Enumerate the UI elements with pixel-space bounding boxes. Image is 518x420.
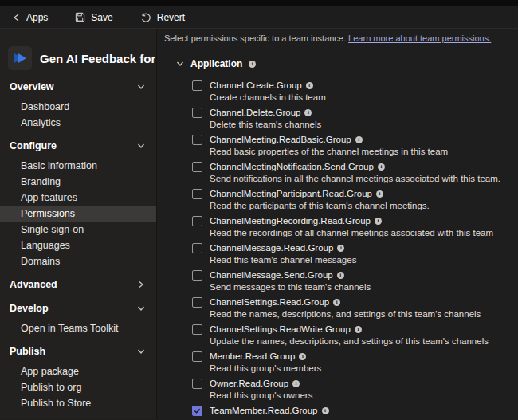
permission-name: Owner.Read.Group — [210, 379, 288, 388]
revert-button[interactable]: Revert — [140, 12, 185, 23]
save-label: Save — [91, 12, 112, 23]
permission-checkbox[interactable] — [192, 135, 202, 145]
permission-text: ChannelMessage.Read.GroupiRead this team… — [210, 242, 356, 265]
permission-checkbox[interactable] — [192, 324, 202, 335]
checkmark-icon — [194, 407, 201, 414]
sidebar-item-publish-to-store[interactable]: Publish to Store — [0, 395, 156, 411]
permission-checkbox[interactable] — [192, 243, 202, 253]
permission-name: ChannelSettings.Read.Group — [210, 297, 329, 307]
permission-text: Channel.Delete.GroupiDelete this team's … — [210, 107, 321, 130]
permission-checkbox[interactable] — [192, 108, 202, 118]
sidebar-item-domains[interactable]: Domains — [0, 253, 156, 269]
permission-checkbox[interactable] — [192, 216, 202, 226]
info-icon[interactable]: i — [337, 272, 344, 279]
back-to-apps-button[interactable]: Apps — [13, 12, 48, 23]
permission-name: Member.Read.Group — [210, 351, 295, 361]
permission-checkbox[interactable] — [192, 270, 202, 281]
info-icon[interactable]: i — [376, 190, 383, 198]
info-icon[interactable]: i — [355, 136, 363, 143]
permission-description: Read the participants of this team's cha… — [210, 200, 430, 211]
sidebar-nav: OverviewDashboardAnalyticsConfigureBasic… — [0, 78, 156, 411]
permission-checkbox[interactable] — [192, 406, 202, 416]
permission-checkbox[interactable] — [192, 189, 202, 199]
permission-description: Read basic properties of the channel mee… — [210, 146, 448, 157]
permission-checkbox[interactable] — [192, 379, 202, 389]
permission-name: ChannelMeeting.ReadBasic.Group — [210, 135, 351, 144]
permission-text: ChannelMessage.Send.GroupiSend messages … — [210, 269, 371, 292]
sidebar-item-basic-information[interactable]: Basic information — [0, 158, 156, 174]
sidebar-item-single-sign-on[interactable]: Single sign-on — [0, 222, 156, 237]
chevron-down-icon — [137, 83, 145, 91]
app-header: Gen AI Feedback for Tea... — [8, 46, 156, 70]
permission-row: ChannelMessage.Send.GroupiSend messages … — [192, 269, 510, 292]
toolbar: Apps Save Revert — [0, 6, 518, 29]
info-icon[interactable]: i — [375, 218, 382, 225]
permission-list: Channel.Create.GroupiCreate channels in … — [192, 80, 510, 419]
permission-row: ChannelSettings.ReadWrite.GroupiUpdate t… — [192, 324, 510, 347]
sidebar-item-branding[interactable]: Branding — [0, 174, 156, 190]
sidebar-section-advanced[interactable]: Advanced — [0, 276, 156, 293]
permission-name-line: ChannelMessage.Send.Groupi — [210, 269, 371, 281]
sidebar-item-dashboard[interactable]: Dashboard — [0, 99, 156, 115]
application-group-label: Application — [190, 58, 242, 69]
sidebar-item-open-in-teams-toolkit[interactable]: Open in Teams Toolkit — [0, 320, 156, 336]
save-button[interactable]: Save — [75, 12, 112, 23]
permission-checkbox[interactable] — [192, 351, 202, 362]
permission-row: ChannelSettings.Read.GroupiRead the name… — [192, 296, 510, 320]
sidebar-item-publish-to-org[interactable]: Publish to org — [0, 379, 156, 395]
permission-name: ChannelMeetingRecording.Read.Group — [210, 216, 371, 226]
info-icon[interactable]: i — [292, 380, 300, 387]
sidebar-item-app-features[interactable]: App features — [0, 190, 156, 206]
permission-checkbox[interactable] — [192, 80, 202, 91]
permission-description: Send messages to this team's channels — [210, 281, 371, 292]
permission-name-line: ChannelSettings.Read.Groupi — [210, 296, 481, 308]
info-icon[interactable]: i — [299, 353, 306, 360]
info-icon[interactable]: i — [333, 299, 340, 306]
revert-label: Revert — [157, 12, 185, 23]
permission-checkbox[interactable] — [192, 297, 202, 308]
sidebar-section-label: Configure — [10, 140, 57, 151]
permission-name-line: Channel.Create.Groupi — [210, 80, 326, 91]
info-icon[interactable]: i — [249, 61, 256, 68]
permission-description: Read this group's members — [210, 363, 321, 374]
sidebar-section-configure[interactable]: Configure — [0, 137, 156, 155]
sidebar-section-publish[interactable]: Publish — [0, 343, 156, 360]
chevron-down-icon — [137, 304, 145, 312]
sidebar-section-develop[interactable]: Develop — [0, 300, 156, 317]
save-icon — [75, 12, 85, 22]
info-icon[interactable]: i — [306, 82, 313, 89]
permission-description: Read the names, descriptions, and settin… — [210, 308, 481, 320]
sidebar-item-app-package[interactable]: App package — [0, 363, 156, 379]
permission-text: ChannelSettings.ReadWrite.GroupiUpdate t… — [210, 324, 489, 347]
sidebar-item-languages[interactable]: Languages — [0, 237, 156, 253]
permission-name: TeamMember.Read.Group — [210, 406, 318, 415]
permission-text: ChannelMeeting.ReadBasic.GroupiRead basi… — [210, 134, 448, 157]
sidebar-item-permissions[interactable]: Permissions — [0, 206, 156, 222]
permission-description: Read this team's members — [210, 417, 329, 419]
info-icon[interactable]: i — [304, 109, 312, 116]
info-icon[interactable]: i — [322, 407, 329, 414]
application-group-toggle[interactable]: Application i — [176, 58, 510, 69]
permission-row: ChannelMeeting.ReadBasic.GroupiRead basi… — [192, 134, 510, 157]
permission-text: ChannelMeetingNotification.Send.GroupiSe… — [210, 161, 500, 184]
permission-row: Channel.Create.GroupiCreate channels in … — [192, 80, 510, 103]
permission-name: ChannelMeetingNotification.Send.Group — [210, 162, 374, 171]
info-icon[interactable]: i — [355, 326, 362, 333]
permission-text: TeamMember.Read.GroupiRead this team's m… — [210, 405, 329, 419]
permission-name-line: ChannelMeeting.ReadBasic.Groupi — [210, 134, 448, 145]
info-icon[interactable]: i — [378, 163, 385, 171]
sidebar-item-analytics[interactable]: Analytics — [0, 115, 156, 131]
permission-name: Channel.Create.Group — [210, 80, 302, 90]
permission-description: Update the names, descriptions, and sett… — [210, 336, 489, 347]
sidebar-section-overview[interactable]: Overview — [0, 78, 156, 96]
permission-checkbox[interactable] — [192, 162, 202, 172]
permission-text: Member.Read.GroupiRead this group's memb… — [210, 351, 321, 374]
permission-description: Delete this team's channels — [210, 119, 321, 130]
learn-more-link[interactable]: Learn more about team permissions. — [348, 33, 491, 43]
permission-row: Channel.Delete.GroupiDelete this team's … — [192, 107, 510, 130]
permission-name: ChannelMeetingParticipant.Read.Group — [210, 189, 372, 198]
intro-text: Select permissions specific to a team in… — [164, 33, 348, 43]
info-icon[interactable]: i — [337, 245, 344, 252]
permission-name: ChannelMessage.Send.Group — [210, 270, 333, 280]
permission-row: ChannelMeetingNotification.Send.GroupiSe… — [192, 161, 510, 184]
